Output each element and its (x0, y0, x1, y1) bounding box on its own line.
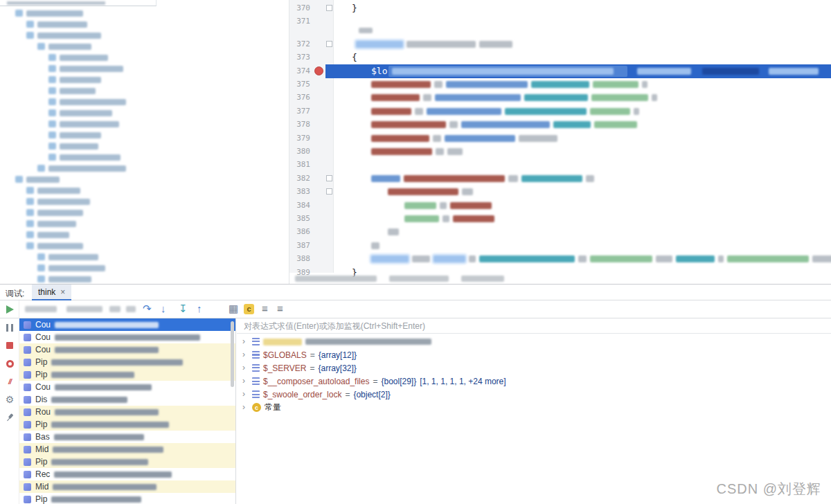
editor-line[interactable]: 382 (289, 172, 831, 186)
editor-line[interactable]: 385 (289, 212, 831, 226)
line-number[interactable]: 374 (289, 64, 310, 78)
pause-button[interactable] (5, 323, 15, 332)
fold-icon[interactable] (326, 5, 332, 11)
line-number[interactable]: 371 (289, 15, 310, 28)
chevron-right-icon[interactable]: › (242, 375, 249, 388)
project-tree-item[interactable] (0, 30, 288, 41)
stack-frame-row[interactable]: Cou (19, 331, 235, 343)
view-breakpoints-grid-icon[interactable]: ▦ (229, 302, 238, 316)
chevron-right-icon[interactable]: › (242, 388, 249, 401)
project-tree-item[interactable] (0, 19, 288, 30)
resume-button[interactable] (5, 305, 15, 314)
stop-button[interactable] (5, 341, 15, 350)
project-tree-item[interactable] (0, 174, 288, 185)
project-tree-item[interactable] (0, 240, 288, 251)
stack-frame-row[interactable]: Rec (19, 468, 235, 480)
add-to-watches-list-icon[interactable]: ≡ (277, 302, 283, 316)
editor-line[interactable]: 373{ (289, 51, 831, 64)
stack-frame-row[interactable]: Mid (19, 480, 235, 493)
breakpoint-icon[interactable] (314, 66, 323, 75)
editor-line[interactable]: 375 (289, 78, 831, 91)
stack-frame-row[interactable]: Pip (19, 418, 235, 431)
project-tree-item[interactable] (0, 85, 288, 96)
project-tree-item[interactable] (0, 8, 288, 19)
line-number[interactable]: 383 (289, 185, 310, 199)
line-number[interactable]: 386 (289, 225, 310, 239)
editor-line[interactable]: 377 (289, 105, 831, 118)
line-number[interactable]: 375 (289, 78, 310, 91)
project-tree-item[interactable] (0, 218, 288, 229)
project-tree-item[interactable] (0, 152, 288, 163)
line-number[interactable]: 382 (289, 172, 310, 186)
toolbar-blurred-button[interactable] (126, 306, 136, 312)
stack-frame-row[interactable]: Pip (19, 356, 235, 368)
fold-icon[interactable] (326, 41, 332, 47)
step-out-icon[interactable]: ↑ (197, 302, 202, 316)
project-tree-item[interactable] (0, 207, 288, 218)
project-tree-item[interactable] (0, 229, 288, 240)
chevron-right-icon[interactable]: › (242, 348, 249, 361)
line-number[interactable]: 378 (289, 118, 310, 132)
stack-frame-row[interactable]: Bas (19, 431, 235, 443)
project-tree-item[interactable] (0, 63, 288, 74)
variable-row[interactable]: ›$_SERVER={array[32]} (237, 361, 831, 375)
force-step-into-icon[interactable]: ↧ (179, 302, 188, 316)
line-number[interactable]: 370 (289, 1, 310, 15)
line-number[interactable]: 388 (289, 252, 310, 266)
stack-frame-row[interactable]: Mid (19, 443, 235, 456)
mute-breakpoints-button[interactable]: // (5, 377, 15, 386)
variable-row[interactable]: ›$_swoole_order_lock={object[2]} (237, 388, 831, 401)
editor-line[interactable]: 378 (289, 118, 831, 132)
stack-frame-row[interactable]: Dis (19, 393, 235, 406)
editor-line[interactable]: 374$lo (289, 64, 831, 78)
stack-frame-row[interactable]: Cou (19, 343, 235, 356)
stack-frame-row[interactable]: Pip (19, 456, 235, 468)
chevron-right-icon[interactable]: › (242, 361, 249, 375)
close-icon[interactable]: × (60, 287, 65, 297)
project-tree-item[interactable] (0, 52, 288, 63)
editor-line[interactable]: 388 (289, 252, 831, 266)
editor-line[interactable]: 379 (289, 132, 831, 145)
line-number[interactable]: 381 (289, 158, 310, 172)
line-number[interactable]: 384 (289, 199, 310, 213)
project-tree-item[interactable] (0, 196, 288, 207)
variable-row[interactable]: › (237, 335, 831, 348)
editor-line[interactable]: 371 (289, 15, 831, 28)
project-tree-item[interactable] (0, 107, 288, 118)
editor-line[interactable]: 376 (289, 91, 831, 105)
project-tree-item[interactable] (0, 118, 288, 129)
editor-line[interactable]: 387 (289, 239, 831, 253)
variable-row[interactable]: ›$__composer_autoload_files={bool[29]}[1… (237, 375, 831, 388)
chevron-right-icon[interactable]: › (242, 401, 249, 414)
project-tree-item[interactable] (0, 41, 288, 52)
pin-button[interactable] (5, 413, 15, 422)
evaluate-badge-icon[interactable]: c (244, 304, 254, 314)
step-into-icon[interactable]: ↓ (161, 302, 166, 316)
editor-line[interactable]: 381 (289, 158, 831, 172)
line-number[interactable]: 372 (289, 37, 310, 51)
step-over-icon[interactable]: ↷ (143, 302, 152, 316)
stack-frame-row[interactable]: Rou (19, 406, 235, 418)
editor-line[interactable]: 386 (289, 225, 831, 239)
toolbar-blurred-button[interactable] (66, 306, 102, 312)
toolbar-blurred-button[interactable] (25, 306, 57, 312)
project-tree-item[interactable] (0, 262, 288, 273)
project-tree-item[interactable] (0, 251, 288, 262)
line-number[interactable]: 380 (289, 145, 310, 159)
editor-line[interactable]: 384 (289, 199, 831, 213)
stack-frame-row[interactable]: Pip (19, 493, 235, 504)
fold-icon[interactable] (326, 188, 332, 195)
line-number[interactable]: 379 (289, 132, 310, 145)
editor-line[interactable]: 380 (289, 145, 831, 159)
view-breakpoints-button[interactable] (5, 359, 15, 368)
project-tree-item[interactable] (0, 163, 288, 174)
code-editor[interactable]: 370}371372373{374$lo37537637737837938038… (289, 0, 831, 284)
stack-frame-row[interactable]: Cou (19, 318, 235, 331)
editor-line[interactable]: 370} (289, 1, 831, 15)
line-number[interactable]: 376 (289, 91, 310, 105)
project-tree-item[interactable] (0, 185, 288, 196)
evaluate-expression-input[interactable] (237, 318, 831, 333)
frames-scrollbar[interactable] (231, 321, 234, 387)
project-tree-item[interactable] (0, 74, 288, 85)
show-values-list-icon[interactable]: ≡ (262, 302, 268, 316)
